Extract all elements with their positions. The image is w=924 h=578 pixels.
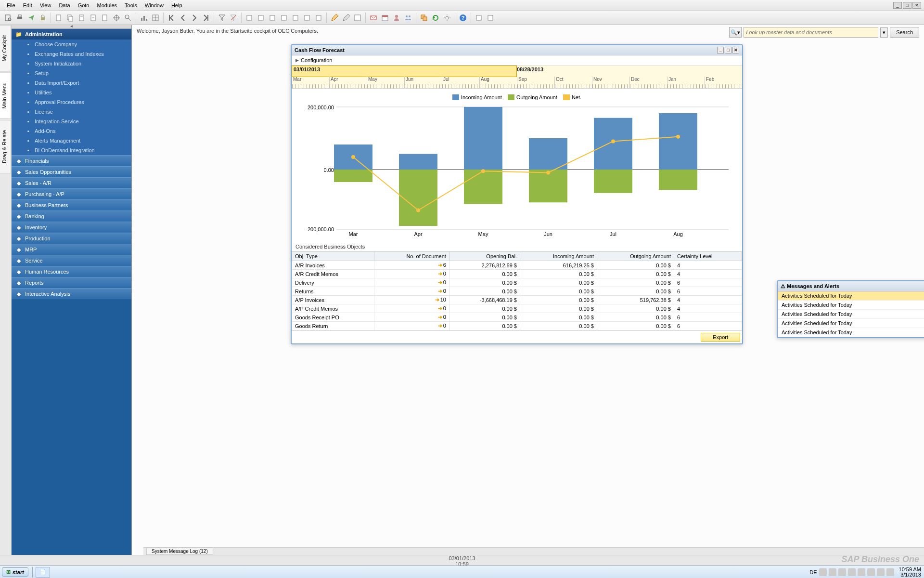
next-icon[interactable] bbox=[189, 13, 200, 23]
module-business-partners[interactable]: ◆Business Partners bbox=[12, 199, 131, 210]
drill-arrow-icon[interactable]: ➜ bbox=[438, 305, 442, 311]
cascade-icon[interactable] bbox=[419, 13, 429, 23]
funnel-clear-icon[interactable] bbox=[228, 13, 239, 23]
copy-icon[interactable] bbox=[65, 13, 76, 23]
nav-sub-data-import-export[interactable]: ▪Data Import/Export bbox=[12, 78, 131, 88]
nav-sub-approval-procedures[interactable]: ▪Approval Procedures bbox=[12, 97, 131, 107]
module-purchasing-a-p[interactable]: ◆Purchasing - A/P bbox=[12, 188, 131, 199]
maximize-icon[interactable]: □ bbox=[903, 2, 911, 9]
tray-icon-1[interactable] bbox=[819, 568, 827, 576]
doc-icon[interactable] bbox=[77, 13, 87, 23]
module-service[interactable]: ◆Service bbox=[12, 255, 131, 266]
system-message-log-tab[interactable]: System Message Log (12) bbox=[146, 548, 213, 555]
alert-row[interactable]: Activities Scheduled for Today01/10/2013 bbox=[778, 301, 924, 310]
tool6-icon[interactable] bbox=[302, 13, 312, 23]
send-icon[interactable] bbox=[26, 13, 37, 23]
alert-row[interactable]: Activities Scheduled for Today02/08/2013 bbox=[778, 319, 924, 328]
table-row[interactable]: Goods Receipt PO➜00.00 $0.00 $0.00 $6 bbox=[292, 313, 742, 322]
table-row[interactable]: A/R Credit Memos➜00.00 $0.00 $0.00 $4 bbox=[292, 270, 742, 278]
module-reports[interactable]: ◆Reports bbox=[12, 277, 131, 288]
module-banking[interactable]: ◆Banking bbox=[12, 210, 131, 222]
col-outgoing[interactable]: Outgoing Amount bbox=[597, 252, 674, 261]
close-icon[interactable]: ✕ bbox=[912, 2, 921, 9]
doc2-icon[interactable] bbox=[88, 13, 99, 23]
tray-icon-7[interactable] bbox=[877, 568, 885, 576]
module-production[interactable]: ◆Production bbox=[12, 233, 131, 244]
settings-icon[interactable] bbox=[442, 13, 452, 23]
print-icon[interactable] bbox=[14, 13, 25, 23]
drill-arrow-icon[interactable]: ➜ bbox=[438, 314, 442, 320]
nav-sub-system-initialization[interactable]: ▪System Initialization bbox=[12, 59, 131, 68]
sidebar-collapse-handle[interactable]: ◄ bbox=[12, 25, 131, 29]
search-button[interactable]: Search bbox=[890, 27, 919, 38]
search-dropdown-icon[interactable]: ▾ bbox=[880, 27, 888, 38]
module-inventory[interactable]: ◆Inventory bbox=[12, 222, 131, 233]
nav-sub-alerts-management[interactable]: ▪Alerts Management bbox=[12, 136, 131, 145]
drill-arrow-icon[interactable]: ➜ bbox=[438, 271, 442, 276]
drill-arrow-icon[interactable]: ➜ bbox=[438, 262, 442, 268]
col-opening-bal[interactable]: Opening Bal. bbox=[449, 252, 520, 261]
table-row[interactable]: Returns➜00.00 $0.00 $0.00 $6 bbox=[292, 287, 742, 296]
tray-icon-4[interactable] bbox=[848, 568, 856, 576]
menu-goto[interactable]: Goto bbox=[74, 1, 93, 10]
alert-row[interactable]: Activities Scheduled for Today01/17/2013 bbox=[778, 310, 924, 319]
menu-tools[interactable]: Tools bbox=[121, 1, 141, 10]
table-row[interactable]: Delivery➜00.00 $0.00 $0.00 $6 bbox=[292, 278, 742, 287]
module-sales-a-r[interactable]: ◆Sales - A/R bbox=[12, 177, 131, 188]
nav-sub-exchange-rates-and-indexes[interactable]: ▪Exchange Rates and Indexes bbox=[12, 49, 131, 59]
nav-sub-utilities[interactable]: ▪Utilities bbox=[12, 88, 131, 97]
alert-row[interactable]: Activities Scheduled for Today12/17/2012 bbox=[778, 291, 924, 301]
taskbar-clock[interactable]: 10:59 AM 3/1/2013 bbox=[899, 567, 921, 578]
last-icon[interactable] bbox=[201, 13, 211, 23]
drill-arrow-icon[interactable]: ➜ bbox=[438, 323, 442, 328]
menu-edit[interactable]: Edit bbox=[19, 1, 36, 10]
tool4-icon[interactable] bbox=[279, 13, 289, 23]
task-sap-icon[interactable]: 📄 bbox=[36, 567, 50, 578]
user-icon[interactable] bbox=[391, 13, 402, 23]
alerts-title-bar[interactable]: ⚠ Messages and Alerts 📌 bbox=[778, 281, 924, 291]
table-row[interactable]: A/P Invoices➜10-3,668,468.19 $0.00 $519,… bbox=[292, 296, 742, 304]
table-row[interactable]: A/R Invoices➜62,276,812.69 $616,219.25 $… bbox=[292, 261, 742, 270]
module-mrp[interactable]: ◆MRP bbox=[12, 244, 131, 255]
panel-minimize-icon[interactable]: _ bbox=[717, 47, 724, 53]
tray-icon-8[interactable] bbox=[886, 568, 894, 576]
doc3-icon[interactable] bbox=[100, 13, 110, 23]
start-button[interactable]: ⊞ start bbox=[2, 567, 28, 577]
prev-icon[interactable] bbox=[178, 13, 188, 23]
tray-icon-6[interactable] bbox=[867, 568, 875, 576]
nav-sub-license[interactable]: ▪License bbox=[12, 107, 131, 117]
module-financials[interactable]: ◆Financials bbox=[12, 155, 131, 166]
tab-my-cockpit[interactable]: My Cockpit bbox=[0, 25, 11, 71]
menu-file[interactable]: File bbox=[3, 1, 19, 10]
new-icon[interactable] bbox=[53, 13, 64, 23]
grid-icon[interactable] bbox=[150, 13, 161, 23]
tool1-icon[interactable] bbox=[244, 13, 255, 23]
nav-sub-choose-company[interactable]: ▪Choose Company bbox=[12, 39, 131, 49]
nav-sub-add-ons[interactable]: ▪Add-Ons bbox=[12, 126, 131, 136]
alert-row[interactable]: Activities Scheduled for Today02/14/2013 bbox=[778, 328, 924, 337]
find-icon[interactable] bbox=[123, 13, 133, 23]
drill-arrow-icon[interactable]: ➜ bbox=[435, 297, 439, 302]
configuration-row[interactable]: ▶ Configuration bbox=[292, 55, 742, 66]
chart-icon[interactable] bbox=[139, 13, 149, 23]
panel-close-icon[interactable]: ✕ bbox=[732, 47, 739, 53]
tray-icon-3[interactable] bbox=[838, 568, 846, 576]
drill-arrow-icon[interactable]: ➜ bbox=[438, 279, 442, 285]
pencil2-icon[interactable] bbox=[341, 13, 351, 23]
preview-icon[interactable] bbox=[3, 13, 13, 23]
cash-flow-title-bar[interactable]: Cash Flow Forecast _ □ ✕ bbox=[292, 45, 742, 55]
nav-administration[interactable]: 📁 Administration bbox=[12, 29, 131, 39]
col-obj-type[interactable]: Obj. Type bbox=[292, 252, 374, 261]
mail-icon[interactable] bbox=[368, 13, 379, 23]
tool2-icon[interactable] bbox=[256, 13, 266, 23]
table-row[interactable]: A/P Credit Memos➜00.00 $0.00 $0.00 $4 bbox=[292, 304, 742, 313]
refresh-icon[interactable] bbox=[430, 13, 441, 23]
lock-icon[interactable] bbox=[38, 13, 48, 23]
lang-indicator[interactable]: DE bbox=[809, 569, 817, 575]
tab-drag-relate[interactable]: Drag & Relate bbox=[0, 120, 11, 173]
module-interactive-analysis[interactable]: ◆Interactive Analysis bbox=[12, 288, 131, 299]
export-button[interactable]: Export bbox=[701, 333, 740, 342]
menu-data[interactable]: Data bbox=[55, 1, 74, 10]
menu-window[interactable]: Window bbox=[141, 1, 167, 10]
tab-main-menu[interactable]: Main Menu bbox=[0, 72, 11, 118]
